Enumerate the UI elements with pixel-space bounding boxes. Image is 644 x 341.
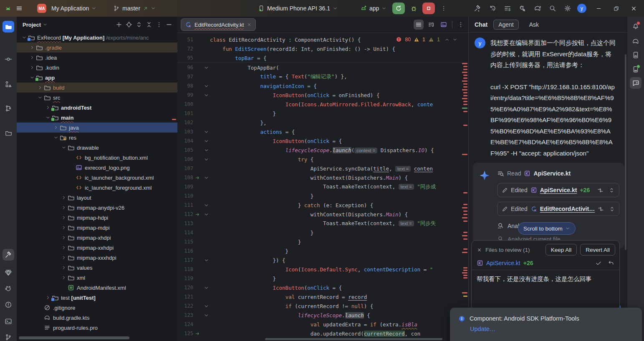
- inspections-widget[interactable]: 80 1 1: [396, 36, 457, 43]
- project-view-selector[interactable]: Project: [23, 22, 48, 28]
- error-stripe-mark[interactable]: [463, 95, 467, 96]
- locate-file-button[interactable]: [124, 20, 134, 30]
- warning-stripe-mark[interactable]: [463, 296, 467, 297]
- logcat-icon[interactable]: [3, 283, 14, 294]
- coverage-button[interactable]: A: [487, 3, 498, 14]
- tree-row-.idea[interactable]: .idea: [17, 53, 177, 63]
- read-file-row[interactable]: Read ApiService.kt: [497, 168, 619, 178]
- error-stripe-mark[interactable]: [463, 104, 467, 105]
- chevron-right-icon[interactable]: [53, 125, 59, 130]
- error-stripe-mark[interactable]: [463, 83, 467, 85]
- error-stripe-mark[interactable]: [463, 214, 467, 215]
- chat-scrollbar[interactable]: [625, 54, 626, 250]
- expand-card-icon[interactable]: [609, 206, 615, 212]
- code-line-100[interactable]: 100 Icon(Icons.AutoMirrored.Filled.Arrow…: [177, 100, 468, 109]
- profiler-button[interactable]: $: [502, 3, 513, 14]
- error-stripe-mark[interactable]: [462, 207, 467, 208]
- chevron-right-icon[interactable]: [61, 255, 67, 260]
- code-line-121[interactable]: 121 val currentRecord = record: [177, 292, 468, 301]
- error-stripe-mark[interactable]: [463, 270, 467, 271]
- code-line-106[interactable]: 106 try {: [177, 155, 468, 164]
- error-stripe-mark[interactable]: [463, 221, 467, 222]
- code-line-119[interactable]: 119 }: [177, 274, 468, 283]
- chevron-right-icon[interactable]: [61, 195, 67, 200]
- chevron-right-icon[interactable]: [29, 45, 35, 50]
- fold-icon[interactable]: [202, 157, 210, 162]
- fold-icon[interactable]: [202, 65, 210, 70]
- build-tool-icon[interactable]: [3, 249, 14, 261]
- tree-row-res[interactable]: res: [17, 133, 177, 143]
- fold-icon[interactable]: [202, 203, 210, 208]
- tab-agent[interactable]: Agent: [493, 20, 519, 30]
- error-stripe-mark[interactable]: [462, 252, 467, 253]
- close-window-button[interactable]: [628, 3, 639, 14]
- tree-row-AndroidManifest.xml[interactable]: MAndroidManifest.xml: [17, 283, 177, 293]
- tree-row-mipmap-mdpi[interactable]: mipmap-mdpi: [17, 223, 177, 233]
- tree-row-values[interactable]: values: [17, 263, 177, 273]
- editor-view-list-button[interactable]: [414, 20, 424, 30]
- tree-row-app[interactable]: app: [17, 73, 177, 83]
- search-button[interactable]: [547, 3, 558, 14]
- code-line-113[interactable]: 113 Toast.makeText(context, text = "同步失: [177, 219, 468, 228]
- chevron-right-icon[interactable]: [61, 225, 67, 230]
- code-line-114[interactable]: 114 }: [177, 228, 468, 237]
- fold-icon[interactable]: [202, 258, 210, 263]
- code-line-118[interactable]: 118 Icon(Icons.Default.Sync, contentDesc…: [177, 265, 468, 274]
- tree-row-layout[interactable]: layout: [17, 193, 177, 203]
- code-line-117[interactable]: 117 }) {: [177, 256, 468, 265]
- tree-row-bg_notification_button.xml[interactable]: bg_notification_button.xml: [17, 153, 177, 163]
- tree-row-ExRecord[interactable]: ExRecord [My Application] /exports/mine/…: [17, 33, 177, 43]
- code-line-72[interactable]: 72 fun EditScreen(recordId: Int, onFinis…: [177, 44, 468, 53]
- chevron-down-icon[interactable]: [21, 35, 28, 40]
- error-stripe-mark[interactable]: [463, 277, 467, 278]
- editor-hscrollbar[interactable]: [265, 338, 442, 340]
- fold-icon[interactable]: [202, 83, 210, 89]
- structure-icon[interactable]: [3, 78, 14, 90]
- debug-button[interactable]: [408, 3, 419, 14]
- fold-icon[interactable]: [202, 303, 210, 309]
- tree-row-proguard-rules.pro[interactable]: proguard-rules.pro: [17, 323, 177, 333]
- error-stripe-mark[interactable]: [462, 63, 467, 64]
- tree-row-ic_launcher_background.xml[interactable]: ic_launcher_background.xml: [17, 173, 177, 183]
- build-button[interactable]: [472, 3, 483, 14]
- code-line-107[interactable]: 107 ApiService.syncData(title, text = co…: [177, 164, 468, 173]
- notification-toast[interactable]: Component: Android SDK Platform-Tools Up…: [450, 308, 642, 341]
- rerun-button[interactable]: [392, 3, 405, 14]
- error-stripe-mark[interactable]: [463, 192, 467, 193]
- project-icon[interactable]: [3, 21, 14, 33]
- error-stripe-mark[interactable]: [463, 275, 467, 276]
- error-stripe-mark[interactable]: [463, 211, 467, 212]
- code-line-103[interactable]: 103 actions = {: [177, 127, 468, 136]
- expand-all-button[interactable]: [134, 20, 144, 30]
- code-line-110[interactable]: 110 }: [177, 191, 468, 201]
- change-stripe-mark[interactable]: [462, 108, 467, 109]
- tree-row-drawable[interactable]: drawable: [17, 143, 177, 153]
- fold-icon[interactable]: [202, 212, 210, 217]
- error-stripe-mark[interactable]: [463, 248, 467, 250]
- prev-issue-icon[interactable]: [444, 37, 450, 42]
- gradle-icon[interactable]: [630, 35, 641, 47]
- error-stripe-mark[interactable]: [462, 235, 467, 236]
- code-line-120[interactable]: 120 IconButton(onClick = {: [177, 283, 468, 292]
- version-control-icon[interactable]: [3, 331, 14, 341]
- error-stripe-mark[interactable]: [462, 98, 467, 99]
- notification-update-link[interactable]: Update…: [470, 326, 635, 332]
- problems-icon[interactable]: [3, 299, 14, 311]
- error-stripe-mark[interactable]: [463, 78, 467, 79]
- error-stripe-mark[interactable]: [462, 154, 467, 155]
- more-icon[interactable]: [3, 127, 14, 139]
- error-stripe-mark[interactable]: [463, 75, 467, 76]
- editor-split-view-button[interactable]: [426, 20, 436, 30]
- tree-row-exrecord_logo.png[interactable]: exrecord_logo.png: [17, 163, 177, 173]
- minimize-button[interactable]: [593, 3, 604, 14]
- editor-preview-button[interactable]: [439, 20, 449, 30]
- error-stripe-mark[interactable]: [463, 92, 467, 93]
- fold-icon[interactable]: [202, 285, 210, 291]
- code-line-97[interactable]: 97 title = { Text("编辑记录") },: [177, 72, 468, 81]
- review-file-row[interactable]: ApiService.kt +26: [472, 257, 619, 270]
- show-diff-icon[interactable]: [597, 187, 604, 193]
- error-stripe-mark[interactable]: [463, 238, 467, 240]
- error-stripe-mark[interactable]: [463, 66, 467, 67]
- close-tab-icon[interactable]: [247, 22, 252, 27]
- next-issue-icon[interactable]: [452, 37, 457, 42]
